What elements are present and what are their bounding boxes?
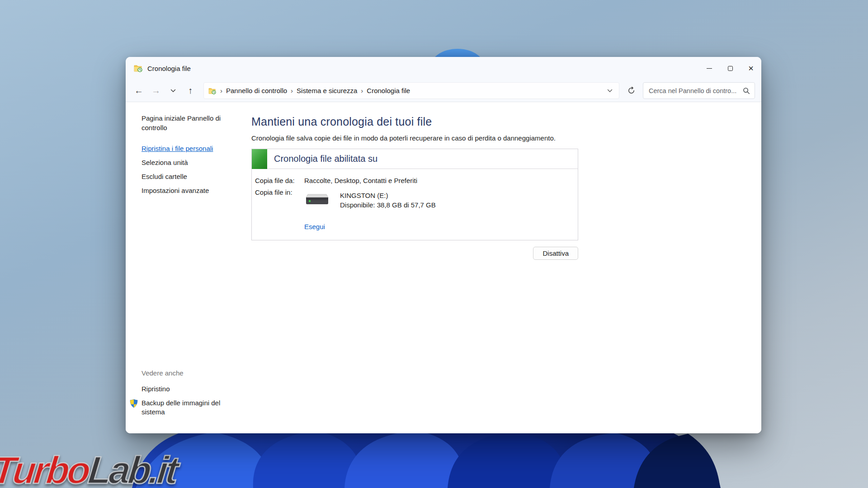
crumb-separator-icon: ›	[287, 87, 297, 94]
sidebar-item-label: Backup delle immagini del sistema	[142, 399, 225, 417]
sidebar-item-select-drive[interactable]: Seleziona unità	[142, 158, 243, 167]
see-also-header: Vedere anche	[142, 369, 243, 377]
copy-to-label: Copia file in:	[255, 188, 304, 210]
copy-to-row: Copia file in: KINGSTON (E:) Disponibile…	[255, 188, 573, 210]
sidebar-item-restore-personal-files[interactable]: Ripristina i file personali	[142, 144, 243, 153]
back-arrow-icon: ←	[134, 85, 143, 96]
file-history-status-box: Cronologia file abilitata su Copia file …	[251, 149, 578, 240]
status-enabled-green-indicator	[252, 149, 267, 169]
status-box-header: Cronologia file abilitata su	[252, 149, 578, 169]
turbolab-watermark: TurboLab.it	[0, 449, 179, 488]
page-description: Cronologia file salva copie dei file in …	[251, 134, 761, 142]
refresh-icon	[627, 87, 635, 94]
sidebar-item-exclude-folders[interactable]: Escludi cartelle	[142, 172, 243, 181]
recent-locations-button[interactable]	[165, 83, 182, 99]
sidebar-item-advanced-settings[interactable]: Impostazioni avanzate	[142, 186, 243, 195]
up-button[interactable]: ↑	[182, 83, 199, 99]
search-input[interactable]	[648, 87, 743, 95]
main-pane: Mantieni una cronologia dei tuoi file Cr…	[251, 102, 761, 433]
close-icon: ×	[748, 64, 754, 73]
copy-from-label: Copia file da:	[255, 177, 304, 184]
drive-info: KINGSTON (E:) Disponibile: 38,8 GB di 57…	[304, 190, 436, 210]
forward-button[interactable]: →	[147, 83, 165, 99]
disable-button[interactable]: Disattiva	[533, 247, 578, 260]
window-title: Cronologia file	[147, 65, 191, 72]
forward-arrow-icon: →	[151, 85, 160, 96]
search-box	[643, 82, 755, 99]
maximize-button[interactable]	[720, 57, 741, 80]
run-now-link[interactable]: Esegui	[304, 223, 325, 230]
back-button[interactable]: ←	[130, 83, 147, 99]
refresh-button[interactable]	[623, 83, 639, 99]
breadcrumb-item-control-panel[interactable]: Pannello di controllo	[226, 87, 287, 94]
maximize-icon	[728, 66, 733, 71]
breadcrumb-folder-clock-icon[interactable]	[208, 87, 217, 94]
breadcrumb-dropdown-button[interactable]	[607, 89, 614, 93]
uac-shield-icon	[130, 399, 138, 408]
hard-drive-icon	[304, 190, 330, 207]
drive-space: Disponibile: 38,8 GB di 57,7 GB	[340, 200, 436, 210]
drive-name: KINGSTON (E:)	[340, 191, 436, 200]
page-title: Mantieni una cronologia dei tuoi file	[251, 115, 761, 128]
breadcrumb-item-system-security[interactable]: Sistema e sicurezza	[297, 87, 357, 94]
close-button[interactable]: ×	[741, 57, 761, 80]
status-box-body: Copia file da: Raccolte, Desktop, Contat…	[252, 169, 578, 240]
sidebar: Pagina iniziale Pannello di controllo Ri…	[126, 102, 251, 433]
sidebar-spacer	[142, 200, 243, 369]
chevron-down-icon	[607, 89, 613, 93]
navigation-bar: ← → ↑ › Pannello di controllo › Sistema …	[126, 80, 761, 102]
breadcrumb-item-file-history[interactable]: Cronologia file	[367, 87, 410, 94]
breadcrumb[interactable]: › Pannello di controllo › Sistema e sicu…	[203, 82, 619, 99]
caption-buttons: ×	[699, 57, 761, 80]
drive-text: KINGSTON (E:) Disponibile: 38,8 GB di 57…	[340, 190, 436, 210]
sidebar-item-system-image-backup[interactable]: Backup delle immagini del sistema	[130, 399, 243, 417]
file-history-app-icon	[134, 64, 143, 72]
crumb-separator-icon: ›	[357, 87, 367, 94]
chevron-down-icon	[170, 89, 176, 93]
titlebar: Cronologia file ×	[126, 57, 761, 80]
sidebar-item-control-panel-home[interactable]: Pagina iniziale Pannello di controllo	[142, 113, 234, 132]
copy-from-value: Raccolte, Desktop, Contatti e Preferiti	[304, 177, 417, 184]
sidebar-item-recovery[interactable]: Ripristino	[142, 385, 243, 394]
watermark-turbo-text: Turbo	[0, 449, 90, 488]
up-arrow-icon: ↑	[188, 85, 193, 96]
minimize-button[interactable]	[699, 57, 720, 80]
window-content: Pagina iniziale Pannello di controllo Ri…	[126, 102, 761, 433]
file-history-window: Cronologia file × ← → ↑ › Pannello di co…	[126, 57, 761, 433]
action-button-row: Disattiva	[251, 247, 578, 260]
copy-from-row: Copia file da: Raccolte, Desktop, Contat…	[255, 177, 573, 184]
crumb-separator-icon: ›	[217, 87, 226, 94]
status-box-title: Cronologia file abilitata su	[274, 154, 377, 164]
watermark-lab-text: Lab.it	[86, 449, 179, 488]
minimize-icon	[707, 68, 712, 69]
search-icon[interactable]	[743, 87, 750, 94]
